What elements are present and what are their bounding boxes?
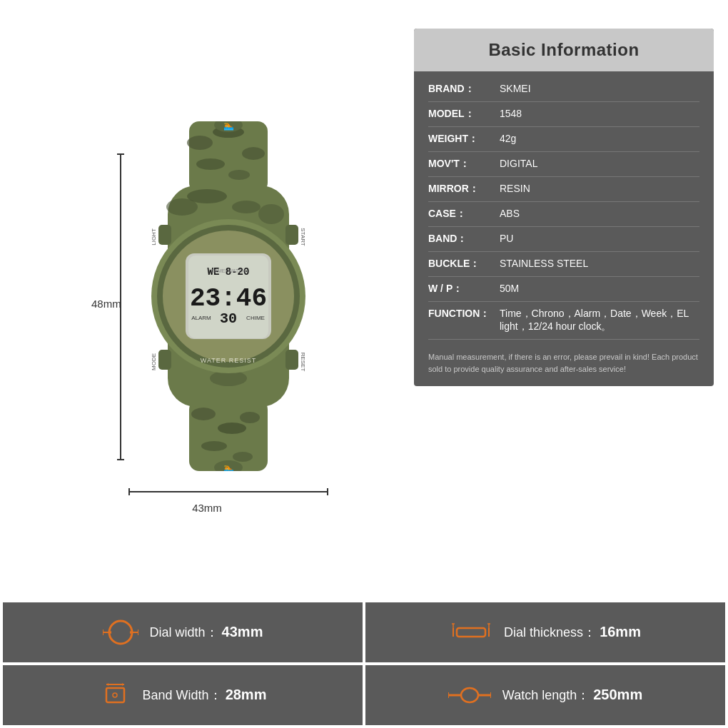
info-value-1: 1548 xyxy=(500,108,699,119)
info-row: BAND：PU xyxy=(428,227,699,252)
info-value-3: DIGITAL xyxy=(500,158,699,169)
svg-text:START: START xyxy=(300,228,306,246)
info-row: BUCKLE：STAINLESS STEEL xyxy=(428,252,699,277)
bottom-section: Dial width： 43mm Dial thickness： xyxy=(0,600,728,728)
svg-marker-62 xyxy=(122,683,124,686)
info-label-9: FUNCTION： xyxy=(428,308,500,320)
svg-text:🏊: 🏊 xyxy=(223,462,234,471)
svg-point-18 xyxy=(187,189,227,203)
info-value-4: RESIN xyxy=(500,183,699,194)
info-value-7: STAINLESS STEEL xyxy=(500,258,699,269)
watch-illustration: 🏊 🏊 xyxy=(114,107,343,485)
width-dimension-label: 43mm xyxy=(192,502,222,514)
info-row: MIRROR：RESIN xyxy=(428,177,699,202)
watch-length-icon xyxy=(448,681,491,709)
dial-width-icon xyxy=(103,618,138,647)
info-value-2: 42g xyxy=(500,133,699,144)
info-row: CASE：ABS xyxy=(428,202,699,227)
svg-rect-58 xyxy=(106,688,124,702)
svg-text:23:46: 23:46 xyxy=(190,284,267,313)
svg-text:🏊: 🏊 xyxy=(223,121,234,131)
spec-dial-width: Dial width： 43mm xyxy=(3,602,363,662)
spec-watch-length: Watch length： 250mm xyxy=(365,665,725,725)
main-container: 48mm 43mm xyxy=(0,0,728,728)
info-label-4: MIRROR： xyxy=(428,183,500,196)
width-dimension-line xyxy=(128,491,328,492)
info-label-3: MOV'T： xyxy=(428,158,500,171)
watch-area: 48mm 43mm xyxy=(14,21,400,585)
svg-text:ALARM: ALARM xyxy=(191,315,211,321)
svg-point-3 xyxy=(242,147,265,160)
info-label-7: BUCKLE： xyxy=(428,258,500,271)
band-width-icon xyxy=(99,681,131,709)
info-label-0: BRAND： xyxy=(428,83,500,96)
svg-rect-24 xyxy=(158,225,171,245)
svg-point-63 xyxy=(461,688,478,702)
svg-point-5 xyxy=(228,170,250,180)
dial-thickness-text: Dial thickness： 16mm xyxy=(504,624,641,641)
info-label-8: W / P： xyxy=(428,283,500,295)
info-value-6: PU xyxy=(500,233,699,244)
info-header: Basic Information xyxy=(414,29,714,71)
watch-length-text: Watch length： 250mm xyxy=(502,687,642,704)
svg-point-44 xyxy=(109,621,132,644)
spec-dial-thickness: Dial thickness： 16mm xyxy=(365,602,725,662)
svg-text:SKMEI WATCH: SKMEI WATCH xyxy=(211,268,246,273)
band-width-text: Band Width： 28mm xyxy=(143,687,267,704)
info-label-5: CASE： xyxy=(428,208,500,221)
svg-text:LIGHT: LIGHT xyxy=(151,228,157,246)
info-label-2: WEIGHT： xyxy=(428,133,500,146)
svg-rect-27 xyxy=(285,350,298,370)
info-row: MOV'T：DIGITAL xyxy=(428,152,699,177)
svg-point-9 xyxy=(191,408,216,420)
svg-text:RESET: RESET xyxy=(300,353,306,372)
info-row: FUNCTION：Time，Chrono，Alarm，Date，Week，EL … xyxy=(428,302,699,340)
svg-rect-25 xyxy=(158,350,171,370)
svg-rect-51 xyxy=(457,628,485,637)
info-row: MODEL：1548 xyxy=(428,102,699,127)
info-row: BRAND：SKMEI xyxy=(428,77,699,102)
svg-point-13 xyxy=(233,452,253,462)
svg-text:CHIME: CHIME xyxy=(246,315,265,321)
svg-point-23 xyxy=(232,201,261,213)
top-section: 48mm 43mm xyxy=(0,0,728,600)
info-note: Manual measurement, if there is an error… xyxy=(428,345,699,375)
info-label-6: BAND： xyxy=(428,233,500,246)
watch-image-container: 48mm 43mm xyxy=(57,71,357,535)
svg-point-4 xyxy=(196,158,225,170)
info-label-1: MODEL： xyxy=(428,108,500,121)
svg-marker-61 xyxy=(106,683,108,686)
svg-point-10 xyxy=(218,423,246,434)
info-value-5: ABS xyxy=(500,208,699,219)
svg-text:WATER RESIST: WATER RESIST xyxy=(201,357,257,364)
svg-text:MODE: MODE xyxy=(151,353,157,370)
info-title: Basic Information xyxy=(488,40,639,59)
dial-thickness-icon xyxy=(450,618,492,647)
info-row: W / P：50M xyxy=(428,277,699,302)
svg-text:30: 30 xyxy=(220,310,237,327)
info-rows: BRAND：SKMEIMODEL：1548WEIGHT：42gMOV'T：DIG… xyxy=(414,71,714,386)
svg-point-1 xyxy=(187,136,213,150)
spec-band-width: Band Width： 28mm xyxy=(3,665,363,725)
info-value-9: Time，Chrono，Alarm，Date，Week，EL light，12/… xyxy=(500,308,699,333)
dial-width-text: Dial width： 43mm xyxy=(150,624,263,641)
svg-point-12 xyxy=(201,441,227,451)
info-value-8: 50M xyxy=(500,283,699,294)
svg-rect-26 xyxy=(285,225,298,245)
info-panel: Basic Information BRAND：SKMEIMODEL：1548W… xyxy=(414,29,714,386)
svg-point-59 xyxy=(113,693,117,697)
svg-point-11 xyxy=(240,412,260,423)
svg-point-19 xyxy=(258,204,284,224)
info-value-0: SKMEI xyxy=(500,83,699,94)
info-row: WEIGHT：42g xyxy=(428,127,699,152)
